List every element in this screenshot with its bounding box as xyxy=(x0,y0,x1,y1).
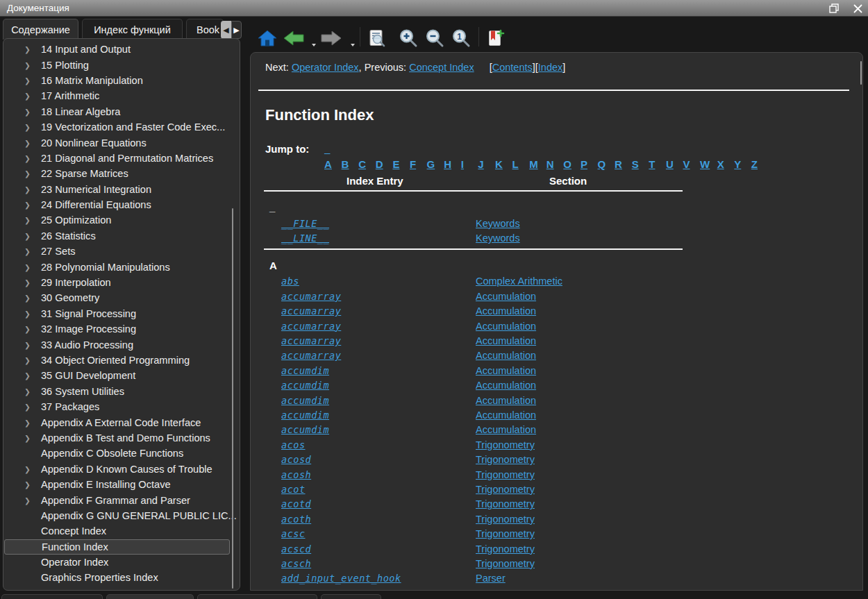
chevron-right-icon[interactable]: ❯ xyxy=(24,371,41,380)
function-link[interactable]: accumdim xyxy=(281,410,329,421)
jump-letter-link[interactable]: A xyxy=(324,158,332,170)
sidebar-item[interactable]: ❯37 Packages xyxy=(3,399,240,414)
sidebar-item[interactable]: ❯16 Matrix Manipulation xyxy=(3,73,240,88)
sidebar-item[interactable]: ❯30 Geometry xyxy=(3,290,240,305)
function-link[interactable]: acosd xyxy=(281,454,311,465)
sidebar-item[interactable]: Operator Index xyxy=(3,555,240,570)
jump-underscore-link[interactable]: _ xyxy=(324,143,330,155)
section-link[interactable]: Trigonometry xyxy=(476,514,535,525)
search-in-page-button[interactable] xyxy=(367,28,386,48)
jump-letter-link[interactable]: E xyxy=(392,158,399,170)
section-link[interactable]: Keywords xyxy=(476,218,520,229)
function-link[interactable]: accumarray xyxy=(281,305,341,317)
jump-letter-link[interactable]: U xyxy=(666,158,674,170)
sidebar-item[interactable]: ❯Appendix E Installing Octave xyxy=(3,477,240,492)
chevron-right-icon[interactable]: ❯ xyxy=(24,108,41,116)
chevron-right-icon[interactable]: ❯ xyxy=(24,61,41,69)
function-link[interactable]: abs xyxy=(281,276,299,287)
sidebar-item[interactable]: ❯20 Nonlinear Equations xyxy=(3,135,240,150)
sidebar-item[interactable]: ❯28 Polynomial Manipulations xyxy=(3,259,240,274)
chevron-right-icon[interactable]: ❯ xyxy=(24,201,41,209)
sidebar-item[interactable]: Appendix G GNU GENERAL PUBLIC LIC... xyxy=(3,508,240,523)
section-link[interactable]: Trigonometry xyxy=(476,558,535,569)
jump-letter-link[interactable]: W xyxy=(700,158,710,170)
chevron-right-icon[interactable]: ❯ xyxy=(24,278,41,287)
sidebar-item[interactable]: ❯Appendix A External Code Interface xyxy=(3,414,240,430)
function-link[interactable]: add_input_event_hook xyxy=(281,573,401,584)
sidebar-item[interactable]: ❯19 Vectorization and Faster Code Exec..… xyxy=(3,119,240,135)
sidebar-item[interactable]: Function Index xyxy=(4,539,230,555)
jump-letter-link[interactable]: K xyxy=(495,158,503,170)
restore-window-button[interactable] xyxy=(828,2,840,15)
section-link[interactable]: Accumulation xyxy=(476,395,536,406)
previous-page-link[interactable]: Concept Index xyxy=(409,62,474,73)
section-link[interactable]: Accumulation xyxy=(476,321,536,332)
section-link[interactable]: Accumulation xyxy=(476,380,536,391)
hidden-panel-button-partial[interactable] xyxy=(197,594,317,599)
chevron-right-icon[interactable]: ❯ xyxy=(24,480,41,489)
section-link[interactable]: Trigonometry xyxy=(476,469,535,480)
function-link[interactable]: accumdim xyxy=(281,380,329,391)
function-link[interactable]: acscd xyxy=(281,543,311,555)
next-page-link[interactable]: Operator Index xyxy=(292,62,359,73)
jump-letter-link[interactable]: X xyxy=(717,158,724,170)
back-history-dropdown-icon[interactable] xyxy=(312,44,316,47)
chevron-right-icon[interactable]: ❯ xyxy=(24,92,41,100)
jump-letter-link[interactable]: F xyxy=(410,158,416,170)
chevron-right-icon[interactable]: ❯ xyxy=(24,263,41,271)
function-link[interactable]: acoth xyxy=(281,514,311,525)
section-link[interactable]: Trigonometry xyxy=(476,498,535,509)
jump-letter-link[interactable]: M xyxy=(529,158,538,170)
chevron-right-icon[interactable]: ❯ xyxy=(24,465,41,473)
section-link[interactable]: Trigonometry xyxy=(476,484,535,495)
home-button[interactable] xyxy=(258,28,277,48)
zoom-in-button[interactable] xyxy=(399,28,418,48)
function-link[interactable]: accumdim xyxy=(281,365,329,376)
function-link[interactable]: accumarray xyxy=(281,291,341,302)
function-link[interactable]: accumarray xyxy=(281,321,341,332)
function-link[interactable]: accumdim xyxy=(281,395,329,406)
chevron-right-icon[interactable]: ❯ xyxy=(24,310,41,318)
section-link[interactable]: Complex Arithmetic xyxy=(476,276,562,287)
sidebar-item[interactable]: ❯24 Differential Equations xyxy=(3,197,240,212)
chevron-right-icon[interactable]: ❯ xyxy=(24,434,41,442)
jump-letter-link[interactable]: Y xyxy=(734,158,741,170)
function-link[interactable]: accumarray xyxy=(281,335,341,346)
sidebar-item[interactable]: Graphics Properties Index xyxy=(3,570,240,585)
function-link[interactable]: acosh xyxy=(281,469,311,480)
sidebar-item[interactable]: ❯22 Sparse Matrices xyxy=(3,166,240,181)
jump-letter-link[interactable]: J xyxy=(478,158,483,170)
sidebar-item[interactable]: ❯33 Audio Processing xyxy=(3,337,240,352)
index-link[interactable]: Index xyxy=(538,62,562,73)
back-button[interactable] xyxy=(283,28,305,48)
function-link[interactable]: acos xyxy=(281,439,306,450)
chevron-right-icon[interactable]: ❯ xyxy=(24,294,41,302)
function-link[interactable]: accumdim xyxy=(281,424,329,435)
chevron-right-icon[interactable]: ❯ xyxy=(24,154,41,162)
sidebar-item[interactable]: ❯25 Optimization xyxy=(3,212,240,228)
chevron-right-icon[interactable]: ❯ xyxy=(24,247,41,255)
sidebar-item[interactable]: ❯15 Plotting xyxy=(3,57,240,72)
chevron-right-icon[interactable]: ❯ xyxy=(24,76,41,85)
chevron-right-icon[interactable]: ❯ xyxy=(24,341,41,349)
jump-letter-link[interactable]: D xyxy=(376,158,383,170)
chevron-right-icon[interactable]: ❯ xyxy=(24,139,41,147)
chevron-right-icon[interactable]: ❯ xyxy=(24,185,41,194)
zoom-out-button[interactable] xyxy=(425,28,444,48)
tab-contents[interactable]: Содержание xyxy=(3,19,78,40)
sidebar-item[interactable]: ❯Appendix F Grammar and Parser xyxy=(3,492,240,507)
tab-scroll-right-button[interactable]: ▶ xyxy=(231,21,242,39)
sidebar-item[interactable]: ❯Appendix B Test and Demo Functions xyxy=(3,430,240,446)
section-link[interactable]: Trigonometry xyxy=(476,439,535,450)
content-scrollbar[interactable] xyxy=(860,61,862,85)
section-link[interactable]: Parser xyxy=(476,573,506,584)
section-link[interactable]: Accumulation xyxy=(476,291,536,302)
zoom-original-button[interactable]: 1 xyxy=(451,28,471,48)
jump-letter-link[interactable]: B xyxy=(342,158,349,170)
jump-letter-link[interactable]: O xyxy=(563,158,571,170)
sidebar-item[interactable]: ❯36 System Utilities xyxy=(3,384,240,399)
jump-letter-link[interactable]: N xyxy=(546,158,554,170)
sidebar-item[interactable]: ❯21 Diagonal and Permutation Matrices xyxy=(3,151,240,166)
hidden-panel-button-partial[interactable] xyxy=(321,594,381,599)
section-link[interactable]: Keywords xyxy=(476,233,520,244)
